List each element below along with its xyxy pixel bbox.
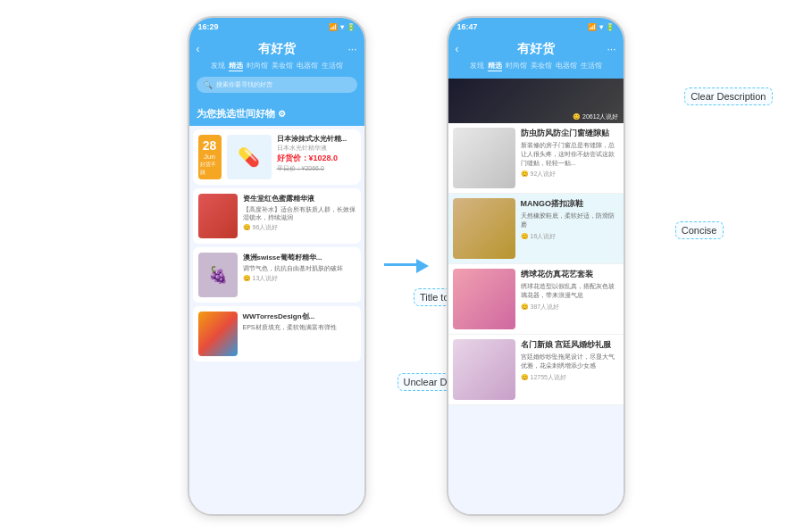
hero-title: 为您挑选世间好物 bbox=[197, 108, 275, 119]
left-time: 16:29 bbox=[198, 22, 219, 31]
list-item-3[interactable]: WWTorresDesign创... EPS材质填充，柔软饱满富有弹性 bbox=[193, 306, 361, 362]
featured-product-image: 💊 bbox=[227, 135, 272, 179]
right-list-item-2[interactable]: MANGO搭扣凉鞋 天然橡胶鞋底，柔软好适，防滑防磨 😊 16人说好 bbox=[448, 194, 624, 264]
left-header: ‹ 有好货 ··· 发现 精选 时尚馆 美妆馆 电器馆 生活馆 🔍 搜索你要寻找… bbox=[189, 36, 364, 102]
left-dots-button[interactable]: ··· bbox=[347, 43, 356, 55]
right-status-bar: 16:47 📶 ▾ 🔋 bbox=[448, 18, 624, 36]
right-smile-3: 😊 bbox=[521, 303, 529, 311]
product-image-3 bbox=[198, 312, 238, 356]
right-item-info-2: MANGO搭扣凉鞋 天然橡胶鞋底，柔软好适，防滑防磨 😊 16人说好 bbox=[521, 198, 619, 259]
right-item-likes-4: 😊 12755人说好 bbox=[521, 373, 619, 382]
annotation-concise: Concise bbox=[675, 221, 724, 239]
right-phone: 16:47 📶 ▾ 🔋 ‹ 有好货 ··· 发现 精选 时尚馆 bbox=[447, 16, 625, 516]
wifi-icon: ▾ bbox=[340, 23, 344, 31]
battery-icon: 🔋 bbox=[347, 23, 356, 31]
left-search-bar[interactable]: 🔍 搜索你要寻找的好货 bbox=[197, 77, 357, 93]
right-item-desc-3: 绣球花造型以假乱真，搭配灰色玻璃花器，带来浪漫气息 bbox=[521, 282, 619, 300]
left-phone-body: 为您挑选世间好物 ⚙ 28 Jun 好货不跳 💊 日本涂抹式水光针精... bbox=[189, 102, 364, 516]
right-item-info-4: 名门新娘 宫廷风婚纱礼服 宫廷婚纱纱坠拖尾设计，尽显大气优雅，花朵刺绣增添少女感… bbox=[521, 339, 619, 400]
search-placeholder: 搜索你要寻找的好货 bbox=[216, 80, 272, 89]
item-desc-1: 【高度补水】适合所有肤质人群，长效保湿锁水，持续滋润 bbox=[243, 205, 356, 221]
right-list-item-4[interactable]: 名门新娘 宫廷风婚纱礼服 宫廷婚纱纱坠拖尾设计，尽显大气优雅，花朵刺绣增添少女感… bbox=[448, 335, 624, 405]
right-list-item-3[interactable]: 绣球花仿真花艺套装 绣球花造型以假乱真，搭配灰色玻璃花器，带来浪漫气息 😊 38… bbox=[448, 264, 624, 335]
right-item-title-3: 绣球花仿真花艺套装 bbox=[521, 269, 619, 280]
right-item-likes-1: 😊 92人说好 bbox=[521, 170, 619, 179]
item-content-3: WWTorresDesign创... EPS材质填充，柔软饱满富有弹性 bbox=[243, 312, 356, 356]
left-phone: 16:29 📶 ▾ 🔋 ‹ 有好货 ··· 发现 精选 时尚馆 bbox=[188, 16, 366, 516]
right-smile-2: 😊 bbox=[521, 233, 529, 240]
smile-icon-1: 😊 bbox=[243, 224, 251, 231]
item-desc-3: EPS材质填充，柔软饱满富有弹性 bbox=[243, 323, 356, 331]
tab-lifestyle[interactable]: 生活馆 bbox=[322, 61, 343, 71]
right-dots-button[interactable]: ··· bbox=[607, 43, 615, 55]
right-tab-featured[interactable]: 精选 bbox=[488, 61, 502, 71]
right-smile-4: 😊 bbox=[521, 374, 529, 381]
item-desc-2: 调节气色，抗抗自由基对肌肤的破坏 bbox=[243, 264, 356, 272]
tab-fashion[interactable]: 时尚馆 bbox=[247, 61, 268, 71]
right-item-desc-1: 新装修的房子门窗总是有缝隙，总让人很头疼，这时你不妨尝试这款门缝贴，轻轻一贴..… bbox=[521, 141, 619, 167]
left-back-button[interactable]: ‹ bbox=[197, 43, 200, 55]
search-icon: 🔍 bbox=[204, 81, 213, 89]
left-app-title: 有好货 bbox=[258, 41, 296, 57]
right-item-info-1: 防虫防风防尘门窗缝隙贴 新装修的房子门窗总是有缝隙，总让人很头疼，这时你不妨尝试… bbox=[521, 128, 619, 188]
left-product-list: 资生堂红色蜜露精华液 【高度补水】适合所有肤质人群，长效保湿锁水，持续滋润 😊 … bbox=[189, 188, 364, 362]
item-content-1: 资生堂红色蜜露精华液 【高度补水】适合所有肤质人群，长效保湿锁水，持续滋润 😊 … bbox=[243, 194, 356, 238]
smile-icon-2: 😊 bbox=[243, 275, 251, 282]
left-status-icons: 📶 ▾ 🔋 bbox=[329, 23, 356, 31]
right-item-title-1: 防虫防风防尘门窗缝隙贴 bbox=[521, 128, 619, 139]
tab-beauty[interactable]: 美妆馆 bbox=[272, 61, 293, 71]
right-item-desc-2: 天然橡胶鞋底，柔软好适，防滑防磨 bbox=[521, 212, 619, 229]
right-item-likes-2: 😊 16人说好 bbox=[521, 232, 619, 241]
arrow-right-icon bbox=[384, 263, 429, 269]
hero-banner: 为您挑选世间好物 ⚙ bbox=[189, 102, 364, 126]
product-image-2: 🍇 bbox=[198, 253, 238, 297]
featured-section[interactable]: 28 Jun 好货不跳 💊 日本涂抹式水光针精... 日本水光针精华液 好货价：… bbox=[193, 129, 361, 185]
list-item-1[interactable]: 资生堂红色蜜露精华液 【高度补水】适合所有肤质人群，长效保湿锁水，持续滋润 😊 … bbox=[193, 188, 361, 244]
signal-icon: 📶 bbox=[329, 23, 338, 31]
right-wifi-icon: ▾ bbox=[599, 23, 603, 31]
featured-product-sub: 日本水光针精华液 bbox=[277, 144, 356, 153]
top-likes-label: 😊 20612人说好 bbox=[573, 112, 618, 121]
product-image-1 bbox=[198, 194, 238, 238]
right-item-desc-4: 宫廷婚纱纱坠拖尾设计，尽显大气优雅，花朵刺绣增添少女感 bbox=[521, 353, 619, 370]
right-header: ‹ 有好货 ··· 发现 精选 时尚馆 美妆馆 电器馆 生活馆 bbox=[448, 36, 624, 79]
right-back-button[interactable]: ‹ bbox=[456, 43, 459, 55]
tab-featured[interactable]: 精选 bbox=[229, 61, 243, 71]
right-app-title: 有好货 bbox=[517, 41, 555, 57]
left-status-bar: 16:29 📶 ▾ 🔋 bbox=[189, 18, 364, 36]
right-product-image-2 bbox=[453, 198, 515, 259]
right-tab-discover[interactable]: 发现 bbox=[470, 61, 484, 71]
item-likes-2: 😊 13人说好 bbox=[243, 274, 356, 283]
item-title-2: 澳洲swisse葡萄籽精华... bbox=[243, 253, 356, 262]
right-battery-icon: 🔋 bbox=[606, 23, 615, 31]
featured-product-orig-price: 平日价：¥2066.0 bbox=[277, 164, 356, 173]
list-item-2[interactable]: 🍇 澳洲swisse葡萄籽精华... 调节气色，抗抗自由基对肌肤的破坏 😊 13… bbox=[193, 247, 361, 303]
right-tab-beauty[interactable]: 美妆馆 bbox=[531, 61, 552, 71]
right-nav-row: ‹ 有好货 ··· bbox=[456, 39, 616, 59]
right-phone-body: 😊 20612人说好 防虫防风防尘门窗缝隙贴 新装修的房子门窗总是有缝隙，总让人… bbox=[448, 79, 624, 516]
date-month: Jun bbox=[204, 153, 215, 161]
item-title-1: 资生堂红色蜜露精华液 bbox=[243, 194, 356, 204]
annotation-clear-description: Clear Description bbox=[684, 87, 772, 105]
right-item-likes-3: 😊 387人说好 bbox=[521, 303, 619, 312]
right-item-info-3: 绣球花仿真花艺套装 绣球花造型以假乱真，搭配灰色玻璃花器，带来浪漫气息 😊 38… bbox=[521, 269, 619, 329]
featured-product-name: 日本涂抹式水光针精... bbox=[277, 135, 356, 144]
item-content-2: 澳洲swisse葡萄籽精华... 调节气色，抗抗自由基对肌肤的破坏 😊 13人说… bbox=[243, 253, 356, 297]
right-smile-1: 😊 bbox=[521, 170, 529, 178]
featured-product-info: 日本涂抹式水光针精... 日本水光针精华液 好货价：¥1028.0 平日价：¥2… bbox=[277, 135, 356, 179]
right-tab-fashion[interactable]: 时尚馆 bbox=[506, 61, 527, 71]
right-product-image-4 bbox=[453, 339, 515, 400]
tab-discover[interactable]: 发现 bbox=[211, 61, 225, 71]
featured-product-price: 好货价：¥1028.0 bbox=[277, 153, 356, 164]
right-item-title-2: MANGO搭扣凉鞋 bbox=[521, 198, 619, 210]
right-signal-icon: 📶 bbox=[588, 23, 597, 31]
top-image-strip: 😊 20612人说好 bbox=[448, 79, 624, 123]
tab-appliance[interactable]: 电器馆 bbox=[297, 61, 318, 71]
right-tab-row: 发现 精选 时尚馆 美妆馆 电器馆 生活馆 bbox=[456, 59, 616, 73]
right-tab-appliance[interactable]: 电器馆 bbox=[556, 61, 577, 71]
right-product-image-3 bbox=[453, 269, 515, 329]
date-day: 28 bbox=[203, 138, 217, 153]
right-tab-lifestyle[interactable]: 生活馆 bbox=[581, 61, 602, 71]
right-time: 16:47 bbox=[457, 22, 478, 31]
right-list-item-1[interactable]: 防虫防风防尘门窗缝隙贴 新装修的房子门窗总是有缝隙，总让人很头疼，这时你不妨尝试… bbox=[448, 123, 624, 194]
